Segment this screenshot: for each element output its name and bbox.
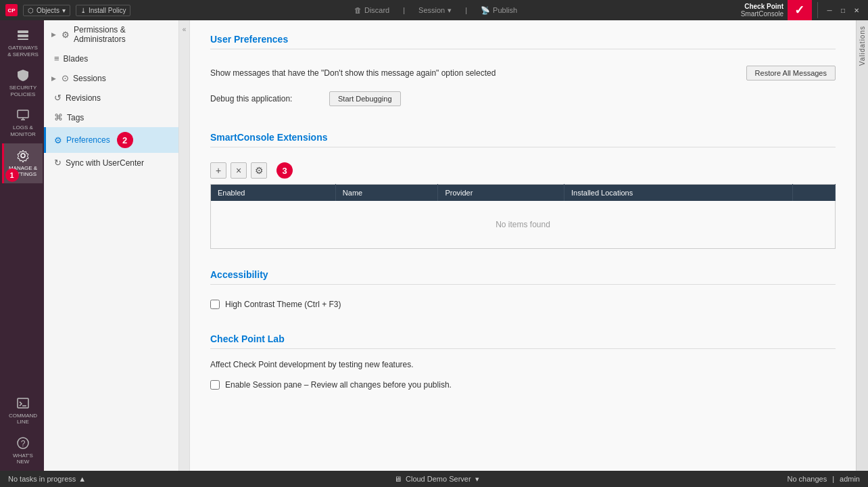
objects-icon: ⬡ bbox=[28, 7, 34, 14]
sidebar-item-permissions[interactable]: ▶ ⚙ Permissions & Administrators bbox=[44, 20, 178, 49]
sidebar-item-sync[interactable]: ↻ Sync with UserCenter bbox=[44, 153, 178, 172]
install-policy-button[interactable]: ⤓ Install Policy bbox=[76, 5, 131, 16]
tags-icon: ⌘ bbox=[54, 112, 63, 122]
sidebar-item-gateways[interactable]: GATEWAYS& SERVERS bbox=[2, 23, 43, 63]
main-content: User Preferences Show messages that have… bbox=[190, 20, 856, 471]
col-provider: Provider bbox=[438, 185, 564, 202]
table-header-row: Enabled Name Provider Installed Location… bbox=[211, 185, 836, 202]
status-bar-left: No tasks in progress ▲ bbox=[8, 475, 86, 483]
discard-label: Discard bbox=[364, 6, 389, 14]
server-name: Cloud Demo Server bbox=[406, 475, 471, 483]
sync-icon: ↻ bbox=[54, 158, 62, 168]
svg-rect-7 bbox=[18, 398, 28, 408]
debug-row: Debug this application: Start Debugging bbox=[210, 86, 836, 112]
sidebar-item-security[interactable]: SECURITYPOLICIES bbox=[2, 63, 43, 103]
no-items-row: No items found bbox=[211, 201, 836, 249]
window-controls: ─ □ ✕ bbox=[823, 4, 863, 16]
permissions-arrow: ▶ bbox=[51, 31, 56, 38]
remove-extension-button[interactable]: × bbox=[231, 162, 247, 179]
terminal-icon bbox=[16, 396, 30, 410]
extensions-title: SmartConsole Extensions bbox=[210, 132, 836, 147]
objects-button[interactable]: ⬡ Objects ▾ bbox=[23, 5, 70, 16]
sidebar-item-logs[interactable]: LOGS &MONITOR bbox=[2, 103, 43, 143]
sidebar-item-preferences[interactable]: ⚙ Preferences 2 bbox=[44, 127, 178, 153]
minimize-button[interactable]: ─ bbox=[823, 4, 836, 16]
svg-rect-1 bbox=[18, 34, 28, 37]
sidebar-item-sessions[interactable]: ▶ ⊙ Sessions bbox=[44, 68, 178, 88]
restore-all-messages-button[interactable]: Restore All Messages bbox=[746, 66, 836, 80]
sidebar-item-cmdline[interactable]: COMMANDLINE bbox=[2, 391, 43, 431]
tags-label: Tags bbox=[67, 113, 84, 122]
col-installed: Installed Locations bbox=[564, 185, 793, 202]
trash-icon: 🗑 bbox=[354, 6, 362, 14]
discard-button[interactable]: 🗑 Discard bbox=[350, 5, 393, 16]
sidebar-item-tags[interactable]: ⌘ Tags bbox=[44, 108, 178, 127]
extensions-table: Enabled Name Provider Installed Location… bbox=[210, 184, 836, 249]
debug-label: Debug this application: bbox=[210, 94, 318, 103]
collapse-sidebar-button[interactable]: « bbox=[179, 20, 190, 471]
sessions-arrow: ▶ bbox=[51, 75, 56, 82]
restore-messages-row: Show messages that have the "Don't show … bbox=[210, 60, 836, 86]
session-label: Session bbox=[418, 6, 445, 14]
sidebar-item-revisions[interactable]: ↺ Revisions bbox=[44, 88, 178, 108]
add-extension-button[interactable]: + bbox=[210, 162, 226, 179]
publish-button[interactable]: 📡 Publish bbox=[477, 5, 521, 16]
svg-text:?: ? bbox=[21, 439, 26, 448]
tasks-chevron: ▲ bbox=[78, 475, 86, 483]
server-icon bbox=[16, 28, 30, 42]
preferences-badge: 2 bbox=[117, 132, 133, 148]
checkpoint-lab-title: Check Point Lab bbox=[210, 333, 836, 349]
admin-user: admin bbox=[840, 475, 860, 483]
no-items-cell: No items found bbox=[211, 201, 836, 249]
cp-logo-icon: CP bbox=[5, 4, 18, 16]
blades-icon: ≡ bbox=[54, 53, 59, 64]
svg-rect-2 bbox=[18, 39, 28, 40]
sidebar-item-manage[interactable]: MANAGE &SETTINGS 1 bbox=[2, 143, 43, 183]
validations-panel[interactable]: Validations bbox=[856, 20, 868, 471]
server-chevron: ▾ bbox=[475, 475, 479, 484]
icon-bar: GATEWAYS& SERVERS SECURITYPOLICIES LOGS … bbox=[0, 20, 44, 471]
server-icon: 🖥 bbox=[394, 475, 402, 483]
svg-rect-0 bbox=[18, 30, 28, 33]
title-bar-right: Check Point SmartConsole ✓ ─ □ ✕ bbox=[741, 0, 863, 22]
app-logo-area: CP bbox=[5, 4, 18, 16]
app-name-line1: Check Point bbox=[744, 3, 783, 10]
svg-point-6 bbox=[21, 154, 25, 158]
blades-label: Blades bbox=[64, 54, 89, 64]
publish-label: Publish bbox=[493, 6, 517, 14]
prefs-icon: ⚙ bbox=[54, 135, 62, 145]
sidebar-item-blades[interactable]: ≡ Blades bbox=[44, 49, 178, 68]
tasks-status: No tasks in progress bbox=[8, 475, 76, 483]
close-button[interactable]: ✕ bbox=[850, 4, 863, 16]
session-pane-checkbox[interactable] bbox=[210, 380, 220, 390]
session-pane-label: Enable Session pane – Review all changes… bbox=[225, 380, 452, 390]
title-bar-center: 🗑 Discard | Session ▾ | 📡 Publish bbox=[350, 5, 521, 16]
user-preferences-section: User Preferences Show messages that have… bbox=[210, 34, 836, 112]
permissions-label: Permissions & Administrators bbox=[74, 25, 170, 44]
title-bar-left: CP ⬡ Objects ▾ ⤓ Install Policy bbox=[5, 4, 130, 16]
install-icon: ⤓ bbox=[80, 7, 86, 14]
sync-label: Sync with UserCenter bbox=[66, 158, 144, 168]
session-button[interactable]: Session ▾ bbox=[414, 5, 456, 16]
high-contrast-checkbox[interactable] bbox=[210, 300, 220, 309]
start-debugging-button[interactable]: Start Debugging bbox=[329, 91, 401, 106]
content-area: User Preferences Show messages that have… bbox=[190, 20, 856, 471]
install-policy-label: Install Policy bbox=[89, 7, 126, 14]
maximize-button[interactable]: □ bbox=[837, 4, 849, 16]
extensions-badge: 3 bbox=[276, 162, 293, 179]
lab-description: Affect Check Point development by testin… bbox=[210, 360, 836, 369]
separator2: | bbox=[461, 5, 471, 16]
smartconsole-logo: ✓ bbox=[788, 0, 812, 22]
badge-3-container: 3 bbox=[276, 162, 293, 179]
col-enabled: Enabled bbox=[211, 185, 336, 202]
sidebar-item-whatsnew[interactable]: ? WHAT'SNEW bbox=[2, 431, 43, 471]
status-bar-right: No changes | admin bbox=[787, 475, 860, 483]
status-bar: No tasks in progress ▲ 🖥 Cloud Demo Serv… bbox=[0, 471, 868, 487]
app-title: Check Point SmartConsole ✓ bbox=[741, 0, 812, 22]
extension-settings-button[interactable]: ⚙ bbox=[251, 162, 267, 179]
extensions-toolbar: + × ⚙ 3 bbox=[210, 158, 836, 183]
validations-label: Validations bbox=[859, 26, 866, 66]
status-bar-center[interactable]: 🖥 Cloud Demo Server ▾ bbox=[394, 475, 479, 484]
preferences-label: Preferences bbox=[66, 135, 110, 145]
sidebar: ▶ ⚙ Permissions & Administrators ≡ Blade… bbox=[44, 20, 179, 471]
